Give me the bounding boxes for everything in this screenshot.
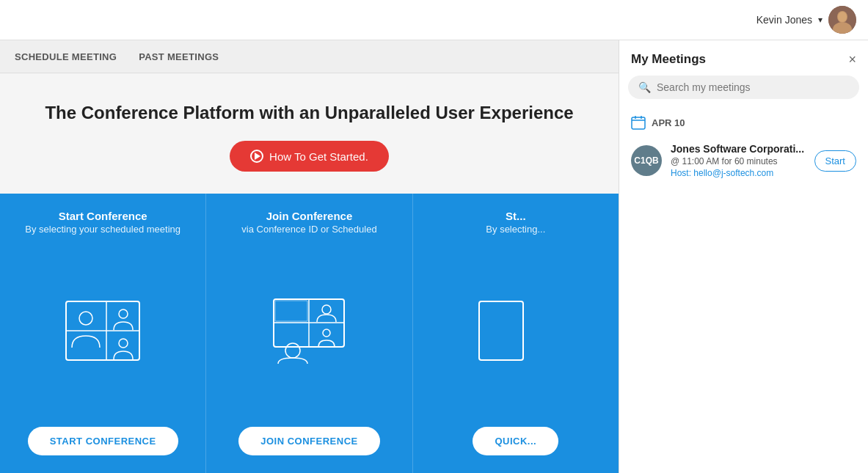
join-conf-svg — [265, 298, 353, 364]
panel-header: My Meetings × — [619, 40, 868, 76]
calendar-icon — [631, 115, 646, 130]
svg-rect-18 — [632, 117, 645, 129]
play-icon — [250, 150, 263, 163]
quick-button[interactable]: QUICK... — [473, 427, 558, 455]
conference-cards: Start Conference By selecting your sched… — [0, 194, 619, 473]
date-text: APR 10 — [652, 117, 685, 128]
meeting-time: @ 11:00 AM for 60 minutes — [671, 156, 806, 166]
meeting-name: Jones Software Corporati... — [671, 143, 806, 155]
svg-point-9 — [119, 339, 128, 348]
quick-title: St... — [486, 208, 545, 224]
svg-point-13 — [322, 305, 331, 314]
meeting-avatar: C1QB — [631, 145, 662, 176]
join-conf-title: Join Conference — [241, 208, 376, 224]
meeting-start-button[interactable]: Start — [814, 150, 856, 172]
meeting-info: Jones Software Corporati... @ 11:00 AM f… — [671, 143, 806, 178]
svg-point-7 — [79, 312, 92, 325]
svg-point-14 — [323, 329, 330, 337]
search-icon: 🔍 — [638, 81, 651, 93]
main-content: The Conference Platform with an Unparall… — [0, 73, 619, 473]
avatar-image — [828, 6, 856, 34]
play-triangle — [255, 153, 260, 160]
meeting-item: C1QB Jones Software Corporati... @ 11:00… — [619, 134, 868, 187]
quick-svg — [472, 298, 560, 364]
join-conference-button[interactable]: JOIN CONFERENCE — [238, 427, 379, 455]
meeting-host: Host: hello@j-softech.com — [671, 168, 806, 178]
get-started-button[interactable]: How To Get Started. — [230, 141, 389, 172]
svg-rect-17 — [479, 301, 523, 360]
svg-point-8 — [119, 309, 128, 318]
close-panel-button[interactable]: × — [848, 53, 856, 66]
join-conference-card: Join Conference via Conference ID or Sch… — [205, 194, 412, 473]
hero-section: The Conference Platform with an Unparall… — [0, 73, 619, 194]
start-conf-subtitle: By selecting your scheduled meeting — [25, 224, 180, 235]
header: Kevin Jones ▾ — [0, 0, 868, 40]
quick-card: St... By selecting... QUICK... — [413, 194, 619, 473]
panel-title: My Meetings — [631, 52, 706, 67]
search-box: 🔍 — [628, 76, 859, 99]
start-conf-title: Start Conference — [25, 208, 180, 224]
dropdown-arrow: ▾ — [818, 15, 823, 25]
avatar — [828, 6, 856, 34]
start-conference-button[interactable]: START CONFERENCE — [28, 427, 178, 455]
quick-subtitle: By selecting... — [486, 224, 545, 235]
start-conf-svg — [59, 298, 147, 364]
get-started-label: How To Get Started. — [269, 150, 368, 163]
tab-schedule-meeting[interactable]: SCHEDULE MEETING — [15, 48, 117, 65]
tab-past-meetings[interactable]: PAST MEETINGS — [139, 48, 219, 65]
svg-point-3 — [838, 12, 847, 22]
join-conf-icon — [265, 235, 353, 427]
user-menu[interactable]: Kevin Jones ▾ — [756, 6, 856, 34]
hero-title: The Conference Platform with an Unparall… — [45, 103, 573, 123]
svg-rect-16 — [275, 301, 307, 321]
nav-tabs: SCHEDULE MEETING PAST MEETINGS — [0, 40, 619, 73]
quick-icon — [472, 235, 560, 427]
start-conference-card: Start Conference By selecting your sched… — [0, 194, 205, 473]
svg-point-15 — [285, 343, 300, 358]
join-conf-subtitle: via Conference ID or Scheduled — [241, 224, 376, 235]
search-input[interactable] — [657, 81, 849, 93]
right-panel: My Meetings × 🔍 APR 10 C1QB Jones Softwa… — [619, 40, 868, 473]
date-label: APR 10 — [619, 108, 868, 134]
user-name: Kevin Jones — [756, 14, 812, 26]
start-conf-icon — [59, 235, 147, 427]
meeting-avatar-text: C1QB — [634, 155, 658, 166]
